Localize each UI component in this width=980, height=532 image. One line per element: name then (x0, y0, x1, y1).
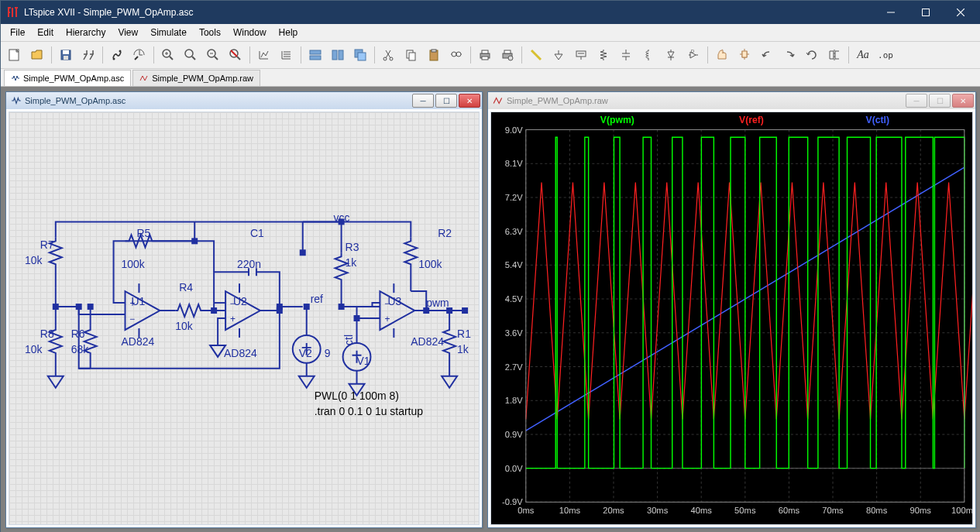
autorange-button[interactable] (253, 44, 275, 66)
redo-button[interactable] (779, 44, 800, 66)
svg-text:AD824: AD824 (411, 335, 444, 348)
print-setup-button[interactable] (497, 44, 518, 66)
menu-hierarchy[interactable]: Hierarchy (60, 26, 112, 39)
rotate-button[interactable] (801, 44, 823, 66)
setup-button[interactable] (276, 44, 297, 66)
find-button[interactable] (445, 44, 467, 66)
maximize-button[interactable] (908, 1, 943, 24)
resistor-button[interactable] (593, 44, 614, 66)
schematic-maximize-button[interactable]: ☐ (435, 94, 457, 108)
workspace: Simple_PWM_OpAmp.asc ─ ☐ ✕ (1, 87, 980, 532)
svg-rect-11 (310, 50, 321, 54)
new-schematic-button[interactable] (4, 44, 26, 66)
svg-text:U1: U1 (131, 295, 145, 307)
plot-canvas[interactable]: -0.9V0.0V0.9V1.8V2.7V3.6V4.5V5.4V6.3V7.2… (491, 112, 972, 524)
svg-rect-27 (482, 57, 488, 60)
control-panel-button[interactable] (77, 44, 99, 66)
menu-window[interactable]: Window (227, 26, 273, 39)
waveform-maximize-button[interactable]: ☐ (929, 94, 951, 108)
move-button[interactable] (711, 44, 733, 66)
halt-button[interactable] (129, 44, 150, 66)
svg-text:vcc: vcc (334, 211, 350, 224)
open-button[interactable] (26, 44, 48, 66)
schematic-titlebar[interactable]: Simple_PWM_OpAmp.asc ─ ☐ ✕ (6, 92, 482, 109)
drag-button[interactable] (734, 44, 755, 66)
cascade-windows-button[interactable] (349, 44, 371, 66)
spice-directive-button[interactable]: .op (875, 44, 896, 66)
minimize-button[interactable] (873, 1, 908, 24)
cut-button[interactable] (378, 44, 400, 66)
menu-edit[interactable]: Edit (31, 26, 60, 39)
waveform-titlebar[interactable]: Simple_PWM_OpAmp.raw ─ ☐ ✕ (488, 92, 975, 109)
svg-point-8 (185, 50, 193, 57)
text-button[interactable]: Aa (852, 44, 874, 66)
schematic-icon (11, 95, 22, 106)
svg-text:0.0V: 0.0V (505, 464, 524, 473)
zoom-fit-button[interactable] (225, 44, 246, 66)
label-net-button[interactable] (570, 44, 592, 66)
save-button[interactable] (55, 44, 77, 66)
schematic-canvas[interactable]: + − (9, 112, 479, 524)
svg-rect-16 (358, 53, 366, 60)
run-button[interactable] (106, 44, 128, 66)
svg-text:60ms: 60ms (779, 506, 800, 515)
svg-text:V(pwm): V(pwm) (600, 115, 634, 125)
diode-button[interactable] (660, 44, 682, 66)
app-window: LTspice XVII - Simple_PWM_OpAmp.asc File… (0, 0, 980, 532)
svg-text:V(ctl): V(ctl) (866, 115, 890, 125)
ground-button[interactable] (548, 44, 569, 66)
menu-help[interactable]: Help (273, 26, 304, 39)
svg-rect-33 (742, 51, 747, 57)
schematic-close-button[interactable]: ✕ (459, 94, 480, 108)
paste-button[interactable] (423, 44, 445, 66)
component-button[interactable]: D (683, 44, 704, 66)
svg-text:R1: R1 (457, 328, 471, 340)
tile-windows-button[interactable] (304, 44, 326, 66)
schematic-icon (11, 74, 20, 83)
menu-bar: File Edit Hierarchy View Simulate Tools … (1, 24, 980, 42)
svg-text:6.3V: 6.3V (505, 227, 524, 236)
waveform-minimize-button[interactable]: ─ (906, 94, 927, 108)
svg-point-18 (390, 57, 393, 60)
svg-rect-29 (504, 50, 511, 53)
svg-text:4.5V: 4.5V (505, 294, 524, 304)
tab-waveform[interactable]: Simple_PWM_OpAmp.raw (132, 70, 260, 86)
svg-text:+: + (384, 314, 390, 324)
menu-simulate[interactable]: Simulate (144, 26, 193, 39)
svg-rect-12 (310, 56, 321, 60)
print-button[interactable] (474, 44, 496, 66)
tab-label: Simple_PWM_OpAmp.asc (23, 74, 124, 83)
waveform-icon (493, 95, 504, 106)
svg-text:100ms: 100ms (951, 506, 972, 515)
draw-wire-button[interactable] (525, 44, 547, 66)
zoom-out-button[interactable] (202, 44, 224, 66)
svg-point-23 (452, 52, 456, 57)
svg-text:−: − (129, 314, 135, 324)
inductor-button[interactable] (638, 44, 659, 66)
svg-rect-44 (277, 308, 282, 313)
copy-button[interactable] (401, 44, 422, 66)
svg-text:90ms: 90ms (910, 506, 932, 515)
svg-rect-56 (301, 250, 305, 255)
menu-file[interactable]: File (4, 26, 31, 39)
zoom-in-button[interactable] (157, 44, 179, 66)
tile-vertical-button[interactable] (327, 44, 349, 66)
zoom-pan-button[interactable] (180, 44, 201, 66)
svg-text:100k: 100k (122, 258, 145, 270)
waveform-close-button[interactable]: ✕ (952, 94, 974, 108)
svg-rect-20 (409, 53, 415, 60)
titlebar: LTspice XVII - Simple_PWM_OpAmp.asc (1, 1, 980, 24)
schematic-minimize-button[interactable]: ─ (412, 94, 434, 108)
capacitor-button[interactable] (615, 44, 637, 66)
undo-button[interactable] (756, 44, 778, 66)
svg-text:40ms: 40ms (691, 506, 713, 515)
mirror-button[interactable] (824, 44, 845, 66)
svg-text:8.1V: 8.1V (505, 159, 524, 168)
svg-text:U2: U2 (233, 295, 247, 307)
menu-view[interactable]: View (112, 26, 144, 39)
tab-schematic[interactable]: Simple_PWM_OpAmp.asc (4, 70, 131, 86)
svg-text:0ms: 0ms (518, 506, 535, 515)
menu-tools[interactable]: Tools (193, 26, 227, 39)
svg-rect-4 (64, 56, 68, 60)
close-button[interactable] (943, 1, 978, 24)
